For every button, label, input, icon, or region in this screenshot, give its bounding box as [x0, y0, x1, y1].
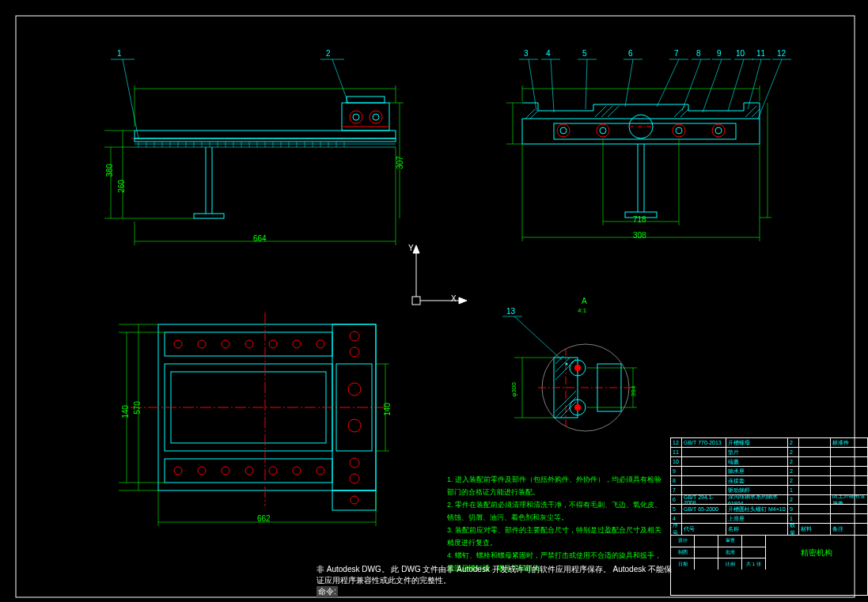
svg-line-105: [657, 59, 679, 107]
svg-point-129: [174, 340, 182, 348]
note-1: 1. 进入装配前零件及部件（包括外购件、外协件），均必须具有检验部门的合格证方能…: [447, 473, 665, 498]
svg-point-136: [174, 467, 182, 475]
svg-rect-2: [135, 131, 396, 138]
balloon-5: 5: [582, 49, 587, 58]
dim-text: 260: [117, 180, 126, 193]
dim-text: 308: [633, 231, 646, 240]
svg-line-56: [123, 59, 138, 138]
svg-marker-119: [459, 297, 467, 304]
svg-rect-69: [554, 123, 736, 139]
svg-point-77: [715, 127, 722, 134]
dim-text: 664: [253, 234, 267, 243]
svg-point-40: [353, 114, 359, 120]
dim-text: 140: [383, 403, 392, 416]
svg-line-177: [555, 397, 576, 418]
svg-point-75: [600, 127, 606, 134]
svg-point-73: [712, 124, 725, 137]
dim-text: 394: [630, 386, 637, 396]
detail-label-a: A: [582, 297, 587, 305]
dim-text: 140: [121, 405, 130, 418]
view-front: [104, 59, 404, 245]
svg-point-131: [222, 340, 229, 348]
balloon-12: 12: [777, 49, 786, 58]
command-bar[interactable]: 非 Autodesk DWG。 此 DWG 文件由非 Autodesk 开发或许…: [316, 564, 673, 597]
svg-point-142: [316, 467, 324, 475]
svg-rect-124: [165, 459, 332, 483]
svg-line-60: [525, 109, 535, 119]
svg-rect-117: [412, 297, 420, 305]
dim-text: 662: [257, 514, 271, 523]
balloon-8: 8: [696, 49, 701, 58]
svg-marker-121: [413, 245, 419, 253]
svg-line-67: [745, 106, 756, 117]
svg-line-66: [680, 109, 688, 117]
svg-rect-37: [347, 97, 385, 103]
svg-line-63: [601, 106, 612, 117]
balloon-4: 4: [546, 49, 551, 58]
svg-line-111: [728, 59, 744, 111]
svg-point-150: [348, 419, 361, 432]
detail-scale: 4:1: [578, 307, 586, 314]
svg-point-133: [269, 340, 277, 348]
dim-text: 570: [133, 401, 142, 415]
view-side: [506, 59, 791, 241]
svg-point-76: [676, 127, 682, 134]
title-block: 12GB/T 770-2013开槽螺母2标准件 11垫片2 10端盖2 9轴承座…: [670, 437, 868, 596]
cad-canvas[interactable]: 1 2 3 4 5 6 7 8 9 10 11 12 13 X Y 380 26…: [0, 0, 868, 602]
svg-point-139: [245, 467, 253, 475]
svg-point-138: [222, 467, 229, 475]
svg-point-148: [350, 474, 359, 483]
bom-rows: 12GB/T 770-2013开槽螺母2标准件 11垫片2 10端盖2 9轴承座…: [671, 438, 867, 535]
svg-line-99: [551, 59, 554, 112]
dim-text: φ300: [510, 382, 517, 397]
svg-point-145: [350, 331, 359, 341]
balloon-2: 2: [326, 49, 331, 58]
svg-rect-123: [165, 332, 332, 356]
svg-point-132: [245, 340, 253, 348]
svg-point-152: [351, 496, 358, 504]
drawing-title: 精密机构: [766, 536, 867, 570]
balloon-7: 7: [674, 49, 679, 58]
svg-line-58: [332, 59, 348, 103]
svg-point-71: [597, 124, 609, 137]
svg-rect-151: [332, 490, 376, 510]
svg-point-141: [293, 467, 301, 475]
svg-point-72: [673, 124, 685, 137]
svg-line-68: [752, 109, 760, 117]
balloon-9: 9: [717, 49, 722, 58]
svg-line-107: [682, 59, 701, 111]
svg-point-171: [574, 365, 581, 371]
svg-point-137: [198, 467, 206, 475]
dim-text: 380: [105, 164, 114, 177]
watermark-text: 非 Autodesk DWG。 此 DWG 文件由非 Autodesk 开发或许…: [316, 564, 673, 586]
svg-point-147: [350, 458, 359, 468]
svg-point-134: [293, 340, 301, 348]
svg-point-135: [316, 340, 324, 348]
svg-line-186: [514, 316, 562, 360]
svg-line-113: [748, 59, 761, 109]
balloon-3: 3: [524, 49, 529, 58]
svg-rect-3: [135, 138, 396, 142]
balloon-10: 10: [736, 49, 745, 58]
svg-line-109: [703, 59, 722, 112]
svg-point-70: [557, 124, 570, 137]
tech-notes: 1. 进入装配前零件及部件（包括外购件、外协件），均必须具有检验部门的合格证方能…: [447, 473, 665, 574]
svg-point-74: [560, 127, 567, 134]
command-prompt[interactable]: 命令:: [316, 586, 338, 597]
note-2: 2. 零件在装配前必须清理和清洗干净，不得有毛刺、飞边、氧化皮、锈蚀、切屑、油污…: [447, 498, 665, 524]
svg-line-61: [530, 111, 538, 119]
svg-line-62: [595, 106, 606, 117]
svg-line-101: [586, 59, 587, 109]
svg-point-172: [574, 404, 581, 411]
note-3: 3. 装配前应对零、部件的主要配合尺寸，特别是过盈配合尺寸及相关精度进行复查。: [447, 524, 665, 549]
svg-line-174: [555, 358, 570, 372]
balloon-1: 1: [117, 49, 122, 58]
svg-point-39: [370, 111, 382, 123]
axis-x: X: [451, 294, 457, 303]
svg-point-41: [373, 114, 379, 120]
svg-line-115: [758, 59, 782, 119]
svg-point-130: [198, 340, 206, 348]
balloon-11: 11: [756, 49, 765, 58]
balloon-6: 6: [628, 49, 633, 58]
svg-line-103: [625, 59, 633, 107]
